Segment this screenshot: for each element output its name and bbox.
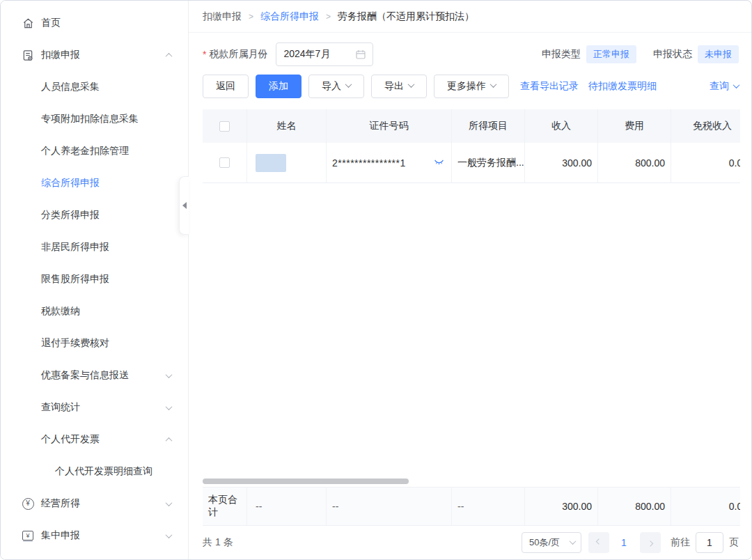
more-actions-button[interactable]: 更多操作 xyxy=(434,75,509,98)
required-mark: * xyxy=(203,49,206,60)
redacted-name-block xyxy=(256,154,286,172)
sidebar-item-label: 综合所得申报 xyxy=(41,177,171,189)
add-button[interactable]: 添加 xyxy=(256,75,301,98)
chevron-up-icon xyxy=(166,52,173,59)
sidebar-item-personal-invoice[interactable]: 个人代开发票 xyxy=(1,423,188,456)
header-cell-taxfree: 免税收入 xyxy=(671,109,740,143)
collapse-arrow-icon xyxy=(182,202,187,209)
sidebar-item-query-statistics[interactable]: 查询统计 xyxy=(1,391,188,423)
breadcrumb-item: 扣缴申报 xyxy=(203,10,242,23)
page-unit-label: 页 xyxy=(729,536,739,549)
sidebar-item-label: 查询统计 xyxy=(41,401,166,414)
summary-row: 本页合计 -- -- -- 300.00 800.00 0.00 xyxy=(203,488,740,525)
data-table: 姓名 证件号码 所得项目 收入 费用 免税收入 2***************… xyxy=(203,109,740,183)
calendar-icon xyxy=(356,49,366,59)
sidebar-item-label: 退付手续费核对 xyxy=(41,337,171,350)
row-cell-taxfree: 0.00 xyxy=(671,143,740,182)
main-content: 扣缴申报 > 综合所得申报 > 劳务报酬（不适用累计预扣法） * 税款所属月份 … xyxy=(189,1,751,559)
breadcrumb: 扣缴申报 > 综合所得申报 > 劳务报酬（不适用累计预扣法） xyxy=(189,1,751,33)
pagination-bar: 共 1 条 50条/页 1 前往 页 xyxy=(189,526,751,559)
page-size-select[interactable]: 50条/页 xyxy=(522,532,581,553)
summary-income: 300.00 xyxy=(525,488,598,525)
cert-number-masked: 2***************1 xyxy=(332,157,434,169)
sidebar-item-label: 个人代开发票 xyxy=(41,433,166,446)
prev-page-button[interactable] xyxy=(588,532,609,553)
sidebar-item-classified-income[interactable]: 分类所得申报 xyxy=(1,199,188,231)
app-window: 首页 扣缴申报 人员信息采集 专项附加扣除信息采集 个人养老金扣除管理 综合所得… xyxy=(0,0,752,560)
row-cell-name xyxy=(247,143,327,182)
next-page-button[interactable] xyxy=(640,532,661,553)
header-cell-checkbox xyxy=(203,109,247,143)
declare-type-badge: 正常申报 xyxy=(586,45,636,63)
header-cell-fee: 费用 xyxy=(598,109,671,143)
sidebar-item-personnel-info[interactable]: 人员信息采集 xyxy=(1,71,188,103)
sidebar-item-special-deduction-info[interactable]: 专项附加扣除信息采集 xyxy=(1,103,188,135)
summary-item: -- xyxy=(452,488,525,525)
select-all-checkbox[interactable] xyxy=(219,121,230,132)
yen-monitor-icon: ¥ xyxy=(22,529,34,542)
row-cell-fee: 800.00 xyxy=(598,143,671,182)
sidebar-item-tax-payment[interactable]: 税款缴纳 xyxy=(1,295,188,327)
sidebar-collapse-handle[interactable] xyxy=(179,176,189,235)
chevron-down-icon xyxy=(166,371,173,378)
month-picker-input[interactable]: 2024年7月 xyxy=(276,42,373,66)
query-dropdown[interactable]: 查询 xyxy=(710,80,739,93)
sidebar-item-label: 扣缴申报 xyxy=(41,49,166,61)
row-checkbox[interactable] xyxy=(219,157,230,168)
chevron-up-icon xyxy=(166,437,173,444)
declare-type-label: 申报类型 xyxy=(542,48,581,61)
home-icon xyxy=(22,17,34,29)
month-label: 税款所属月份 xyxy=(209,48,267,61)
import-label: 导入 xyxy=(322,80,341,93)
yen-circle-icon: ¥ xyxy=(22,497,34,510)
sidebar-item-home[interactable]: 首页 xyxy=(1,7,188,39)
sidebar-item-business-income[interactable]: ¥ 经营所得 xyxy=(1,488,188,520)
table-empty-area xyxy=(189,183,751,479)
sidebar-item-centralized-declare[interactable]: ¥ 集中申报 xyxy=(1,520,188,552)
back-button[interactable]: 返回 xyxy=(203,75,249,98)
sidebar-item-personal-invoice-detail-query[interactable]: 个人代开发票明细查询 xyxy=(1,456,188,488)
export-label: 导出 xyxy=(384,80,404,93)
total-count: 共 1 条 xyxy=(203,536,233,549)
sidebar-item-nonresident-income[interactable]: 非居民所得申报 xyxy=(1,231,188,263)
summary-fee: 800.00 xyxy=(598,488,671,525)
export-button[interactable]: 导出 xyxy=(371,75,427,98)
table-header-row: 姓名 证件号码 所得项目 收入 费用 免税收入 xyxy=(203,109,740,143)
month-value: 2024年7月 xyxy=(283,48,356,61)
breadcrumb-current: 劳务报酬（不适用累计预扣法） xyxy=(338,10,474,23)
import-button[interactable]: 导入 xyxy=(308,75,364,98)
sidebar-item-label: 非居民所得申报 xyxy=(41,241,171,254)
breadcrumb-link[interactable]: 综合所得申报 xyxy=(260,10,319,23)
row-cell-income: 300.00 xyxy=(525,143,598,182)
horizontal-scrollbar xyxy=(203,479,739,485)
sidebar-item-label: 首页 xyxy=(41,17,171,29)
declare-status-badge: 未申报 xyxy=(698,45,739,63)
summary-cert: -- xyxy=(327,488,452,525)
view-export-records-link[interactable]: 查看导出记录 xyxy=(520,80,579,93)
sidebar-item-label: 专项附加扣除信息采集 xyxy=(41,113,171,125)
sidebar-item-withholding-declare[interactable]: 扣缴申报 xyxy=(1,39,188,71)
horizontal-scrollbar-thumb[interactable] xyxy=(203,479,409,484)
table-row[interactable]: 2***************1 一般劳务报酬... 300.00 800.0… xyxy=(203,143,740,183)
sidebar-item-restricted-stock[interactable]: 限售股所得申报 xyxy=(1,263,188,295)
sidebar-item-preferential-filing[interactable]: 优惠备案与信息报送 xyxy=(1,359,188,391)
breadcrumb-separator: > xyxy=(326,12,331,22)
header-cell-name: 姓名 xyxy=(247,109,327,143)
summary-label: 本页合计 xyxy=(203,488,247,525)
sidebar-item-pension-deduction[interactable]: 个人养老金扣除管理 xyxy=(1,135,188,167)
sidebar-item-label: 限售股所得申报 xyxy=(41,273,171,286)
chevron-left-icon xyxy=(596,538,602,544)
sidebar-item-label: 优惠备案与信息报送 xyxy=(41,369,166,382)
toolbar: 返回 添加 导入 导出 更多操作 查看导出记录 待扣缴发票明细 查询 xyxy=(189,75,751,98)
chevron-down-icon xyxy=(345,81,352,88)
current-page-number[interactable]: 1 xyxy=(615,537,633,548)
row-cell-item: 一般劳务报酬... xyxy=(452,143,525,182)
row-cell-cert: 2***************1 xyxy=(327,143,452,182)
sidebar-item-label: 集中申报 xyxy=(41,529,166,542)
eye-icon[interactable] xyxy=(434,160,444,166)
breadcrumb-separator: > xyxy=(249,12,253,22)
sidebar-item-comprehensive-income[interactable]: 综合所得申报 xyxy=(1,167,188,199)
pending-withholding-invoice-link[interactable]: 待扣缴发票明细 xyxy=(588,80,657,93)
sidebar-item-refund-fee-check[interactable]: 退付手续费核对 xyxy=(1,327,188,359)
goto-page-input[interactable] xyxy=(696,532,723,553)
